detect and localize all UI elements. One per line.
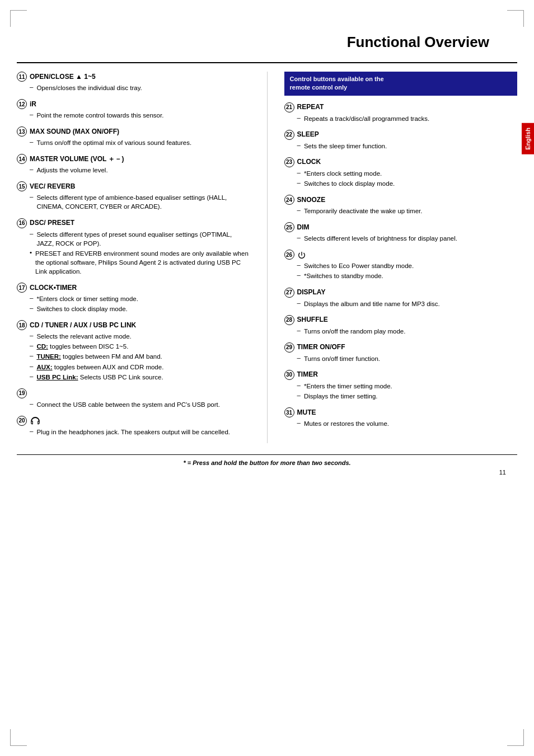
section-17-items: – *Enters clock or timer setting mode. –… [30, 294, 250, 313]
section-28-header: 28 SHUFFLE [284, 315, 518, 325]
item-text: Selects different types of preset sound … [36, 230, 250, 248]
section-20-items: – Plug in the headphones jack. The speak… [30, 428, 250, 436]
section-22-items: – Sets the sleep timer function. [297, 142, 518, 151]
section-15-header: 15 VEC/ REVERB [17, 181, 250, 191]
dash-icon: – [297, 382, 301, 388]
section-11-header: 11 OPEN/CLOSE ▲ 1~5 [17, 72, 250, 82]
section-15: 15 VEC/ REVERB – Selects different type … [17, 181, 250, 211]
item-text: Selects different levels of brightness f… [304, 234, 457, 243]
section-30-items: – *Enters the timer setting mode. – Disp… [297, 382, 518, 401]
list-item: – Mutes or restores the volume. [297, 419, 518, 428]
dash-icon: – [30, 111, 33, 118]
list-item: – Connect the USB cable between the syst… [30, 400, 250, 409]
section-18-number: 18 [17, 320, 27, 330]
section-23-header: 23 CLOCK [284, 157, 518, 167]
section-17-title: CLOCK•TIMER [30, 284, 77, 292]
section-28-items: – Turns on/off the random play mode. [297, 327, 518, 336]
section-19-items: – Connect the USB cable between the syst… [30, 400, 250, 409]
dash-icon: – [30, 400, 33, 407]
list-item: – *Enters clock setting mode. [297, 169, 518, 178]
headphone-icon [30, 416, 41, 425]
list-item: – CD: toggles between DISC 1~5. [30, 342, 250, 351]
section-20: 20 – Plug in the headphones jack. The sp… [17, 416, 250, 436]
item-text: AUX: toggles between AUX and CDR mode. [36, 363, 163, 372]
section-11: 11 OPEN/CLOSE ▲ 1~5 – Opens/closes the i… [17, 72, 250, 92]
section-18-title: CD / TUNER / AUX / USB PC LINK [30, 321, 136, 329]
list-item: – Turns on/off timer function. [297, 354, 518, 363]
section-12-header: 12 iR [17, 99, 250, 109]
section-28-title: SHUFFLE [297, 316, 328, 323]
item-text: Mutes or restores the volume. [304, 419, 389, 428]
section-29-number: 29 [284, 342, 294, 353]
dash-icon: – [297, 327, 301, 334]
section-14-title: MASTER VOLUME (VOL ＋－) [30, 154, 124, 164]
list-item: • PRESET and REVERB environment sound mo… [30, 249, 250, 276]
section-28-number: 28 [284, 315, 294, 325]
section-22-title: SLEEP [297, 130, 319, 138]
section-26-items: – Switches to Eco Power standby mode. – … [297, 261, 518, 280]
section-16-header: 16 DSC/ PRESET [17, 218, 250, 228]
section-22: 22 SLEEP – Sets the sleep timer function… [284, 130, 518, 151]
item-text: Switches to clock display mode. [36, 304, 127, 313]
list-item: – Point the remote control towards this … [30, 111, 250, 120]
list-item: – Displays the timer setting. [297, 392, 518, 401]
dash-icon: – [30, 363, 33, 369]
section-17-header: 17 CLOCK•TIMER [17, 283, 250, 293]
section-30: 30 TIMER – *Enters the timer setting mod… [284, 370, 518, 401]
list-item: – Adjusts the volume level. [30, 166, 250, 175]
section-18-header: 18 CD / TUNER / AUX / USB PC LINK [17, 320, 250, 330]
list-item: – Selects different levels of brightness… [297, 234, 518, 243]
section-24-items: – Temporarily deactivate the wake up tim… [297, 206, 518, 215]
dash-icon: – [297, 392, 301, 398]
list-item: – TUNER: toggles between FM and AM band. [30, 352, 250, 361]
item-text: Plug in the headphones jack. The speaker… [36, 428, 230, 436]
highlight-box: Control buttons available on the remote … [284, 72, 518, 96]
dash-icon: – [30, 230, 33, 237]
section-16: 16 DSC/ PRESET – Selects different types… [17, 218, 250, 276]
section-12-title: iR [30, 100, 36, 108]
section-12-items: – Point the remote control towards this … [30, 111, 250, 120]
section-20-title [30, 416, 41, 425]
list-item: – AUX: toggles between AUX and CDR mode. [30, 363, 250, 372]
section-18-items: – Selects the relevant active mode. – CD… [30, 332, 250, 381]
section-21-title: REPEAT [297, 103, 324, 111]
dash-icon: – [297, 179, 301, 186]
dash-icon: – [297, 419, 301, 426]
dash-icon: – [297, 114, 301, 121]
section-14-header: 14 MASTER VOLUME (VOL ＋－) [17, 154, 250, 164]
section-19-number: 19 [17, 388, 27, 398]
section-22-number: 22 [284, 130, 294, 140]
section-29-header: 29 TIMER ON/OFF [284, 342, 518, 353]
section-11-items: – Opens/closes the individual disc tray. [30, 83, 250, 92]
list-item: – Turns on/off the optimal mix of variou… [30, 138, 250, 147]
section-25: 25 DIM – Selects different levels of bri… [284, 222, 518, 243]
item-text: Repeats a track/disc/all programmed trac… [304, 114, 429, 123]
dash-icon: – [30, 193, 33, 200]
right-column: Control buttons available on the remote … [268, 72, 518, 443]
item-text: *Enters clock setting mode. [304, 169, 382, 178]
item-text: USB PC Link: Selects USB PC Link source. [36, 373, 163, 382]
list-item: – Displays the album and title name for … [297, 299, 518, 308]
item-text: Switches to clock display mode. [304, 179, 395, 188]
item-text: *Enters the timer setting mode. [304, 382, 392, 391]
section-24-number: 24 [284, 195, 294, 205]
section-20-header: 20 [17, 416, 250, 426]
dash-icon: – [297, 299, 301, 306]
section-26: 26 – Switches to Eco Power standby mode.… [284, 250, 518, 280]
dash-icon: – [30, 304, 33, 311]
list-item: – Plug in the headphones jack. The speak… [30, 428, 250, 436]
section-17: 17 CLOCK•TIMER – *Enters clock or timer … [17, 283, 250, 313]
section-13-items: – Turns on/off the optimal mix of variou… [30, 138, 250, 147]
section-21-items: – Repeats a track/disc/all programmed tr… [297, 114, 518, 123]
section-13-title: MAX SOUND (MAX ON/OFF) [30, 128, 119, 135]
section-18: 18 CD / TUNER / AUX / USB PC LINK – Sele… [17, 320, 250, 381]
page-number-value: 11 [499, 469, 506, 476]
list-item: – Switches to clock display mode. [297, 179, 518, 188]
item-text: Switches to Eco Power standby mode. [304, 261, 414, 270]
dash-icon: – [297, 206, 301, 213]
corner-br [507, 729, 524, 746]
section-14-number: 14 [17, 154, 27, 164]
list-item: – Switches to Eco Power standby mode. [297, 261, 518, 270]
item-text: *Switches to standby mode. [304, 271, 383, 280]
section-31-items: – Mutes or restores the volume. [297, 419, 518, 428]
